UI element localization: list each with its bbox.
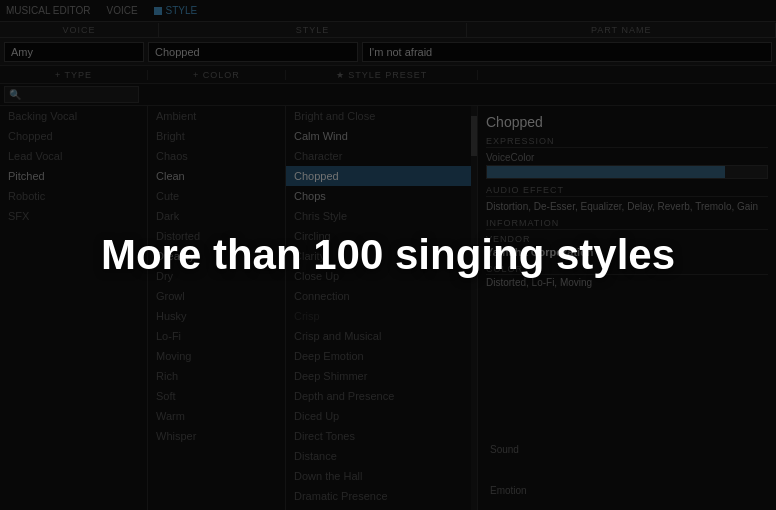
list-item-pitched[interactable]: Pitched [0, 166, 147, 186]
main-content: Backing Vocal Chopped Lead Vocal Pitched… [0, 106, 776, 510]
list-item[interactable]: Distorted [148, 226, 285, 246]
style-tab-label: STYLE [166, 5, 198, 16]
type-col-header: + TYPE [0, 70, 148, 80]
list-item-chopped[interactable]: Chopped [286, 166, 477, 186]
list-item[interactable]: Bright [148, 126, 285, 146]
list-item[interactable]: Lo-Fi [148, 326, 285, 346]
list-item[interactable]: Backing Vocal [0, 106, 147, 126]
active-indicator [154, 7, 162, 15]
sound-label: Sound [490, 444, 519, 455]
list-item[interactable]: Soft [148, 386, 285, 406]
information-label: INFORMATION [486, 218, 768, 230]
color-col-header: + COLOR [148, 70, 286, 80]
scroll-track[interactable] [471, 106, 477, 510]
list-item[interactable]: Growl [148, 286, 285, 306]
expression-bar [486, 165, 768, 179]
list-item[interactable]: Character [286, 146, 477, 166]
style-section-label: STYLE [159, 23, 468, 37]
tab-musical-editor[interactable]: MUSICAL EDITOR [6, 0, 90, 21]
color-label: COLOR [486, 264, 768, 275]
search-input[interactable] [4, 86, 139, 103]
col-headers: + TYPE + COLOR ★ STYLE PRESET [0, 66, 776, 84]
info-panel: Chopped EXPRESSION VoiceColor AUDIO EFFE… [478, 106, 776, 510]
vendor-value: Yamaha Corporation [486, 246, 768, 258]
list-item[interactable]: Husky [148, 306, 285, 326]
list-item[interactable]: Fax Me [286, 506, 477, 510]
list-item[interactable]: Dark [148, 206, 285, 226]
partname-input[interactable] [362, 42, 772, 62]
voice-section-label: VOICE [0, 23, 159, 37]
list-item[interactable]: Down the Hall [286, 466, 477, 486]
list-item[interactable]: Connection [286, 286, 477, 306]
info-title: Chopped [486, 114, 768, 130]
list-item[interactable]: Ambient [148, 106, 285, 126]
color-list: Ambient Bright Chaos Clean Cute Dark Dis… [148, 106, 286, 510]
type-list: Backing Vocal Chopped Lead Vocal Pitched… [0, 106, 148, 510]
list-item[interactable]: Depth and Presence [286, 386, 477, 406]
list-item[interactable]: Rich [148, 366, 285, 386]
list-item[interactable]: Bright and Close [286, 106, 477, 126]
tab-style[interactable]: STYLE [154, 0, 198, 21]
scroll-thumb[interactable] [471, 116, 477, 156]
list-item-calm-wind[interactable]: Calm Wind [286, 126, 477, 146]
list-item[interactable]: Dry [148, 266, 285, 286]
list-item[interactable]: Chris Style [286, 206, 477, 226]
list-item[interactable]: Cute [148, 186, 285, 206]
input-row [0, 38, 776, 66]
list-item-chops[interactable]: Chops [286, 186, 477, 206]
voice-input[interactable] [4, 42, 144, 62]
list-item[interactable]: Crisp and Musical [286, 326, 477, 346]
list-item-dreamy[interactable]: Dreamy [148, 246, 285, 266]
musical-editor-label: MUSICAL EDITOR [6, 5, 90, 16]
vendor-label: VENDOR [486, 234, 768, 244]
list-item[interactable]: Chaos [148, 146, 285, 166]
list-item[interactable]: Close Up [286, 266, 477, 286]
list-item[interactable]: Warm [148, 406, 285, 426]
color-value: Distorted, Lo-Fi, Moving [486, 277, 768, 288]
tab-bar: MUSICAL EDITOR VOICE STYLE [0, 0, 776, 22]
search-bar [0, 84, 776, 106]
partname-section-label: PART NAME [467, 23, 776, 37]
list-item-clean[interactable]: Clean [148, 166, 285, 186]
audio-effect-text: Distortion, De-Esser, Equalizer, Delay, … [486, 201, 768, 212]
list-item[interactable]: Lead Vocal [0, 146, 147, 166]
preset-list: Bright and Close Calm Wind Character Cho… [286, 106, 478, 510]
list-item[interactable]: Diced Up [286, 406, 477, 426]
emotion-label: Emotion [490, 485, 527, 496]
voice-tab-label: VOICE [106, 5, 137, 16]
expression-label: EXPRESSION [486, 136, 768, 148]
list-item[interactable]: Clarity [286, 246, 477, 266]
preset-col-header: ★ STYLE PRESET [286, 70, 478, 80]
list-item[interactable]: Chopped [0, 126, 147, 146]
expression-bar-fill [487, 166, 725, 178]
style-input[interactable] [148, 42, 358, 62]
list-item[interactable]: Deep Shimmer [286, 366, 477, 386]
voicecolor-label: VoiceColor [486, 152, 768, 163]
list-item[interactable]: Robotic [0, 186, 147, 206]
list-item[interactable]: Deep Emotion [286, 346, 477, 366]
list-item[interactable]: Dramatic Presence [286, 486, 477, 506]
tab-voice[interactable]: VOICE [106, 0, 137, 21]
list-item[interactable]: Whisper [148, 426, 285, 446]
list-item[interactable]: Crisp [286, 306, 477, 326]
list-item[interactable]: Direct Tones [286, 426, 477, 446]
section-labels: VOICE STYLE PART NAME [0, 22, 776, 38]
list-item[interactable]: Moving [148, 346, 285, 366]
list-item[interactable]: SFX [0, 206, 147, 226]
list-item[interactable]: Distance [286, 446, 477, 466]
audio-effect-label: AUDIO EFFECT [486, 185, 768, 197]
list-item[interactable]: Circling [286, 226, 477, 246]
